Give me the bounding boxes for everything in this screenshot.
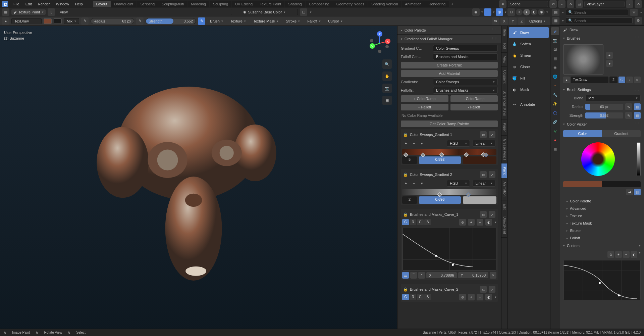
unlink-icon[interactable]: ✕ — [634, 77, 641, 83]
delete-viewlayer-icon[interactable]: ✕ — [635, 0, 642, 8]
workspace-tab[interactable]: Layout — [93, 1, 111, 7]
menu-render[interactable]: Render — [35, 1, 53, 7]
texture-mask-menu[interactable]: Texture Mask▾ — [251, 18, 281, 24]
texture-menu[interactable]: Texture▾ — [228, 18, 249, 24]
tab-ucupaint[interactable]: Ucupaint — [501, 67, 507, 87]
send-icon[interactable]: ↗ — [489, 131, 495, 138]
zoom-out-icon[interactable]: − — [477, 219, 483, 226]
create-horcrux-button[interactable]: Create Horcrux — [401, 62, 498, 68]
brushes-section-header[interactable]: ▾ Brushes ⋮⋮ — [560, 34, 644, 42]
add-stop-button[interactable]: + — [403, 181, 409, 185]
view-menu[interactable]: View — [57, 9, 70, 15]
assign-icon[interactable]: ▭ — [480, 211, 487, 218]
tab-active-tool[interactable]: 🖌 — [551, 27, 559, 35]
3d-viewport[interactable]: User Perspective (1) Suzanne Z X Y — [0, 26, 397, 336]
duplicate-icon[interactable]: ▫ — [626, 77, 633, 83]
props-editor-icon[interactable]: ▦ — [552, 17, 559, 25]
tool-soften[interactable]: 💧Soften — [509, 39, 549, 49]
workspace-tab[interactable]: Draw2Paint — [111, 1, 137, 7]
sub-texture[interactable]: ▸Texture — [560, 212, 644, 220]
assign-icon[interactable]: ▭ — [480, 171, 487, 178]
tab-viewlayer[interactable]: ▤ — [551, 54, 559, 62]
workspace-add-button[interactable]: + — [449, 1, 455, 7]
wireframe-shading-icon[interactable]: ○ — [516, 9, 523, 15]
stop-index-field[interactable]: 5 — [402, 156, 417, 164]
pressure-radius-icon[interactable]: ✎ — [136, 17, 144, 25]
blender-logo-icon[interactable] — [2, 1, 8, 7]
tool-smear[interactable]: 👆Smear — [509, 50, 549, 61]
overlay-toggle-icon[interactable]: ◎ — [496, 8, 503, 16]
solid-shading-icon[interactable]: ● — [523, 9, 530, 15]
pan-icon[interactable]: ✋ — [382, 71, 392, 81]
size-unit-icon[interactable]: ▤ — [634, 103, 641, 110]
zoom-fit-icon[interactable]: ⊙ — [607, 251, 614, 258]
brush-preview[interactable] — [563, 44, 603, 75]
workspace-tab[interactable]: Scripting — [137, 1, 158, 7]
invert-icon[interactable]: ▤ — [634, 112, 641, 119]
tab-modifiers[interactable]: 🔧 — [551, 91, 559, 99]
gradient-tab[interactable]: Gradient — [602, 130, 641, 137]
workspace-tab[interactable]: Animation — [402, 1, 425, 7]
curve-name[interactable]: Brushes and Masks_Curve_2 — [410, 287, 478, 291]
stop-position-field[interactable]: 0.892 — [419, 156, 461, 164]
workspace-tab[interactable]: Sculpting — [210, 1, 231, 7]
sub-texture-mask[interactable]: ▸Texture Mask — [560, 220, 644, 227]
chevron-down-icon[interactable]: ▾ — [495, 221, 496, 224]
stop-position-field[interactable]: 0.696 — [419, 196, 461, 204]
gradient-name[interactable]: Color Sweeps_Gradient 2 — [410, 173, 478, 177]
tab-render[interactable]: 📷 — [551, 36, 559, 44]
mirror-y[interactable]: Y — [509, 17, 517, 25]
tab-paper[interactable]: Paper — [501, 119, 507, 136]
image-slot-selector[interactable]: ◉ Suzanne Base Color ▾ — [231, 9, 298, 15]
brush-name-field[interactable]: TexDraw — [11, 18, 42, 24]
interp-select[interactable]: Linear▾ — [473, 140, 495, 147]
tool-fill[interactable]: 🪣Fill — [509, 73, 549, 84]
lock-icon[interactable]: 🔒 — [403, 287, 408, 292]
nav-gizmo[interactable]: Z X Y — [368, 31, 392, 55]
funnel-icon[interactable]: ▽ — [630, 9, 638, 16]
tab-draw2paint[interactable]: Draw2Paint — [501, 213, 507, 238]
brush-name-field[interactable]: TexDraw — [571, 77, 608, 83]
send-icon[interactable]: ↗ — [489, 211, 495, 218]
chevron-down-icon[interactable]: ▾ — [639, 251, 641, 258]
search-input[interactable]: 🔍 Search — [566, 9, 628, 15]
remove-stop-button[interactable]: − — [411, 141, 417, 145]
falloff-category-input[interactable]: Brushes and Masks — [433, 53, 498, 60]
panel-options-icon[interactable]: ⋮⋮ — [490, 37, 498, 41]
channel-b-button[interactable]: B — [424, 219, 431, 225]
del-colorramp-button[interactable]: - ColorRamp — [450, 95, 498, 102]
delete-point-icon[interactable]: ✕ — [490, 272, 496, 279]
tool-draw[interactable]: 🖌Draw — [509, 27, 549, 38]
channel-c-button[interactable]: C — [402, 219, 409, 225]
props-options-icon[interactable]: ⚙ — [635, 17, 642, 25]
selectability-icon[interactable]: ◉ — [472, 8, 480, 16]
primary-color-swatch[interactable] — [44, 18, 52, 24]
clip-icon[interactable]: ◐ — [631, 251, 637, 258]
color-picker-header[interactable]: ▾ Color Picker ⋮⋮ — [560, 120, 644, 128]
camera-icon[interactable]: 📷 — [382, 84, 392, 93]
chevron-down-icon[interactable]: ▾ — [495, 295, 496, 299]
channel-g-button[interactable]: G — [417, 294, 424, 300]
pressure-icon[interactable]: ✎ — [625, 103, 632, 110]
sub-falloff[interactable]: ▸Falloff — [560, 234, 644, 242]
blend-select[interactable]: Mix▾ — [585, 95, 641, 101]
zoom-out-icon[interactable]: − — [477, 294, 483, 300]
color-tab[interactable]: Color — [563, 130, 602, 137]
zoom-fit-icon[interactable]: ⊙ — [459, 294, 466, 300]
new-viewlayer-icon[interactable]: ▫ — [626, 0, 633, 8]
mode-selector[interactable]: 🖌 Texture Paint ▾ — [11, 9, 46, 15]
falloff-curve-editor[interactable] — [563, 260, 641, 300]
radius-slider[interactable]: 63 px — [585, 104, 623, 110]
workspace-tab[interactable]: UV Editing — [232, 1, 256, 7]
brush-menu[interactable]: Brush▾ — [207, 18, 226, 24]
chevron-down-icon[interactable]: ▾ — [419, 181, 425, 186]
workspace-tab[interactable]: Rendering — [425, 1, 449, 7]
workspace-tab[interactable]: ScriptingMulti — [158, 1, 187, 7]
menu-edit[interactable]: Edit — [23, 1, 35, 7]
brush-preset-icon[interactable]: ● — [2, 17, 9, 25]
pressure-icon[interactable]: ✎ — [625, 112, 632, 119]
stop-color-swatch[interactable] — [463, 156, 496, 164]
tab-particles[interactable]: ✨ — [551, 100, 559, 108]
viewlayer-icon[interactable]: ▤ — [576, 0, 583, 8]
tab-view[interactable]: View — [501, 53, 507, 67]
